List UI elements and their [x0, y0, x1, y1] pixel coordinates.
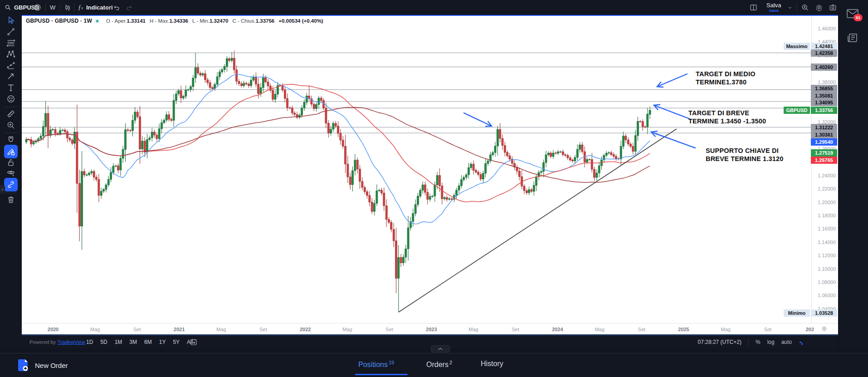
candle — [327, 123, 329, 133]
trash-tool[interactable] — [4, 193, 18, 206]
legend-change: +0.00534 (+0.40%) — [278, 18, 323, 24]
candle — [642, 122, 644, 127]
compare-add-button[interactable] — [34, 0, 41, 15]
chart-area[interactable]: 1.460001.440001.420001.400001.380001.360… — [22, 15, 838, 336]
time-axis[interactable]: 2020MagSet2021MagSet2022MagSet2023MagSet… — [22, 323, 838, 335]
candle — [422, 185, 424, 190]
emoji-tool[interactable] — [4, 92, 18, 106]
range-button-6m[interactable]: 6M — [144, 339, 152, 345]
price-tag-minimo: Minimo — [784, 309, 810, 317]
candle — [134, 112, 136, 120]
price-label: 1.40260 — [811, 64, 837, 71]
quick-search-button[interactable] — [801, 0, 809, 15]
candle — [499, 129, 501, 138]
arrow-drawing[interactable] — [654, 105, 690, 119]
toolbar-divider — [5, 107, 17, 107]
candle — [596, 173, 598, 177]
candle — [419, 191, 421, 196]
settings-button[interactable] — [815, 0, 823, 15]
candle — [187, 90, 189, 90]
candle — [342, 140, 344, 146]
price-label: 1.42481 — [811, 43, 837, 50]
candle — [504, 146, 506, 152]
go-to-date-button[interactable] — [190, 338, 198, 346]
layout-select-button[interactable] — [749, 0, 758, 15]
panel-collapse-handle[interactable] — [431, 345, 450, 353]
save-menu-button[interactable] — [787, 0, 793, 15]
sync-drawings-tool[interactable] — [4, 178, 18, 191]
range-button-1y[interactable]: 1Y — [159, 339, 166, 345]
news-icon — [847, 33, 858, 43]
interval-button[interactable]: W — [50, 0, 55, 15]
candle — [291, 108, 293, 113]
candle — [473, 164, 474, 171]
candle — [390, 222, 392, 230]
candle — [120, 158, 122, 170]
date-range-buttons: 1D5D1M3M6M1Y5YAll — [86, 336, 193, 348]
new-order-button[interactable]: New Order — [18, 359, 68, 372]
notification-badge: 51 — [853, 14, 863, 21]
price-label: 1.31222 — [811, 124, 837, 131]
candle — [378, 190, 380, 191]
search-icon — [5, 4, 11, 11]
candle — [144, 141, 146, 152]
range-button-1m[interactable]: 1M — [115, 339, 122, 345]
indicators-button[interactable]: ƒx Indicatori — [78, 0, 113, 15]
candle — [180, 91, 182, 98]
range-button-5y[interactable]: 5Y — [173, 339, 180, 345]
text-annotation[interactable]: TARGET DI MEDIOTERMINE1.3780 — [696, 70, 756, 86]
candle — [274, 94, 276, 100]
arrow-drawing[interactable] — [651, 131, 695, 148]
range-button-1d[interactable]: 1D — [86, 339, 93, 345]
tab-history[interactable]: History — [481, 360, 503, 368]
log-scale-button[interactable]: log — [767, 339, 775, 345]
tab-orders[interactable]: Orders2 — [426, 360, 452, 369]
axis-settings-gear-icon[interactable] — [821, 325, 828, 332]
trendline[interactable] — [399, 129, 677, 312]
candle — [444, 197, 445, 199]
candle — [284, 90, 286, 98]
candle — [67, 132, 68, 138]
candle — [240, 84, 242, 86]
snapshot-button[interactable] — [829, 0, 837, 15]
redo-button[interactable] — [125, 0, 133, 15]
reset-scale-icon[interactable] — [799, 339, 805, 346]
tradingview-link[interactable]: TradingView — [58, 339, 85, 345]
clock[interactable]: 07:28:27 (UTC+2) — [698, 339, 741, 345]
text-annotation[interactable]: TARGET DI BREVETERMINE 1.3450 -1.3500 — [688, 109, 766, 125]
candle — [507, 152, 508, 156]
save-label: Salva — [766, 3, 781, 8]
arrow-drawing[interactable] — [464, 113, 492, 127]
candle — [57, 133, 59, 134]
candle — [112, 166, 114, 172]
candle — [98, 180, 100, 196]
candle — [146, 140, 148, 152]
arrow-drawing[interactable] — [657, 74, 687, 87]
candle — [615, 157, 617, 159]
candle — [76, 132, 78, 183]
ma-20-line — [26, 74, 650, 224]
candle — [42, 127, 44, 136]
candle — [434, 185, 436, 196]
candle — [178, 91, 180, 94]
auto-scale-button[interactable]: auto — [781, 339, 792, 345]
save-button[interactable]: Salva Salva — [766, 0, 781, 15]
news-button[interactable] — [847, 33, 858, 44]
tab-positions[interactable]: Positions19 — [358, 360, 394, 369]
range-button-5d[interactable]: 5D — [100, 339, 107, 345]
candle — [93, 171, 95, 177]
chart-style-button[interactable] — [64, 0, 71, 15]
zoom-in-tool[interactable] — [4, 118, 18, 132]
new-order-label: New Order — [35, 362, 68, 369]
candle — [478, 172, 479, 174]
candle — [625, 136, 627, 140]
percent-scale-button[interactable]: % — [756, 339, 761, 345]
watchlist-expand-chevron[interactable]: › — [0, 185, 5, 193]
drawing-toolbar — [0, 15, 22, 336]
time-tick: Mag — [90, 327, 100, 332]
undo-button[interactable] — [112, 0, 121, 15]
text-annotation[interactable]: SUPPORTO CHIAVE DIBREVE TERMINE 1.3120 — [706, 147, 784, 163]
range-button-3m[interactable]: 3M — [129, 339, 137, 345]
candle — [161, 123, 163, 129]
price-label: 1.27519 — [811, 149, 837, 157]
